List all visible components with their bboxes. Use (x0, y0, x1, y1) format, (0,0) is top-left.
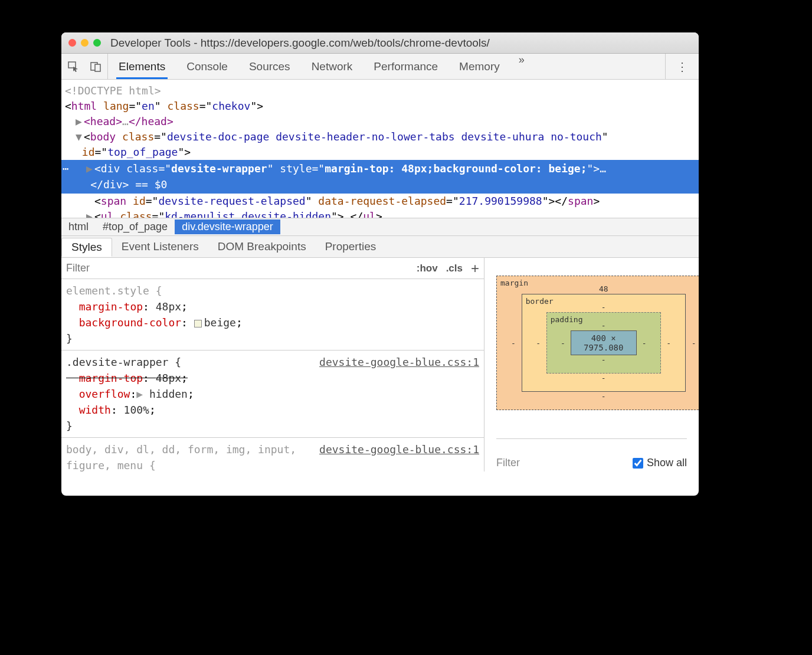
box-model-content: 400 × 7975.080 (571, 330, 637, 355)
cls-toggle[interactable]: .cls (446, 263, 463, 274)
crumb-html[interactable]: html (61, 220, 96, 234)
zoom-icon[interactable] (93, 39, 101, 47)
panel-tabs: Elements Console Sources Network Perform… (108, 54, 533, 79)
devtools-window: Developer Tools - https://developers.goo… (61, 32, 699, 496)
svg-rect-2 (95, 64, 100, 71)
computed-filter-row: Filter Show all (496, 438, 687, 469)
third-style-block[interactable]: devsite-google-blue.css:1 body, div, dl,… (61, 438, 484, 471)
kebab-menu-icon[interactable]: ⋮ (665, 54, 699, 79)
hov-toggle[interactable]: :hov (417, 263, 438, 274)
tab-network[interactable]: Network (301, 54, 364, 79)
selector-text: element.style { (66, 283, 479, 299)
new-style-rule-button[interactable]: + (471, 260, 479, 277)
source-link[interactable]: devsite-google-blue.css:1 (319, 354, 479, 370)
styles-filter-row: :hov .cls + (61, 258, 484, 279)
more-tabs-button[interactable]: » (510, 54, 533, 79)
ul-line[interactable]: ▶<ul class="kd-menulist devsite-hidden">… (65, 209, 695, 218)
breadcrumb: html #top_of_page div.devsite-wrapper (61, 218, 699, 235)
toolbar-left (61, 54, 108, 79)
computed-filter-label[interactable]: Filter (496, 457, 520, 469)
show-all-toggle[interactable]: Show all (633, 457, 687, 469)
titlebar: Developer Tools - https://developers.goo… (61, 32, 699, 54)
close-icon[interactable] (68, 39, 76, 47)
tab-elements[interactable]: Elements (108, 54, 176, 79)
head-line[interactable]: ▶<head>…</head> (65, 114, 695, 129)
box-model-diagram[interactable]: margin 48 - border - - padding - - (496, 276, 699, 410)
crumb-selected[interactable]: div.devsite-wrapper (175, 220, 280, 234)
styles-rules-pane: :hov .cls + element.style { margin-top: … (61, 258, 484, 471)
color-swatch-icon[interactable] (194, 320, 202, 328)
tab-sources[interactable]: Sources (238, 54, 301, 79)
subtab-styles[interactable]: Styles (61, 238, 112, 257)
computed-pane: margin 48 - border - - padding - - (484, 258, 699, 471)
device-toggle-icon[interactable] (89, 60, 103, 74)
styles-filter-input[interactable] (66, 262, 417, 274)
window-title: Developer Tools - https://developers.goo… (110, 37, 490, 50)
span-line[interactable]: <span id="devsite-request-elapsed" data-… (65, 194, 695, 209)
source-link[interactable]: devsite-google-blue.css:1 (319, 441, 479, 457)
element-style-block[interactable]: element.style { margin-top: 48px; backgr… (61, 279, 484, 351)
minimize-icon[interactable] (81, 39, 89, 47)
dom-tree[interactable]: <!DOCTYPE html> <html lang="en" class="c… (61, 80, 699, 218)
subtab-dom-breakpoints[interactable]: DOM Breakpoints (208, 238, 316, 256)
styles-subtabs: Styles Event Listeners DOM Breakpoints P… (61, 235, 699, 258)
body-open-line[interactable]: ▼<body class="devsite-doc-page devsite-h… (65, 129, 695, 160)
traffic-lights (68, 39, 101, 47)
subtab-properties[interactable]: Properties (316, 238, 386, 256)
svg-rect-0 (68, 62, 76, 68)
inspect-icon[interactable] (66, 60, 80, 74)
main-toolbar: Elements Console Sources Network Perform… (61, 54, 699, 80)
styles-body: :hov .cls + element.style { margin-top: … (61, 258, 699, 471)
show-all-checkbox[interactable] (633, 458, 643, 469)
doctype-line: <!DOCTYPE html> (65, 83, 695, 99)
filter-actions: :hov .cls + (417, 260, 479, 277)
subtab-event-listeners[interactable]: Event Listeners (112, 238, 208, 256)
selected-dom-node[interactable]: ⋯ ▶<div class="devsite-wrapper" style="m… (61, 160, 699, 193)
wrapper-style-block[interactable]: devsite-google-blue.css:1 .devsite-wrapp… (61, 351, 484, 438)
tab-performance[interactable]: Performance (363, 54, 448, 79)
crumb-body[interactable]: #top_of_page (96, 220, 175, 234)
tab-memory[interactable]: Memory (448, 54, 510, 79)
html-open-line[interactable]: <html lang="en" class="chekov"> (65, 99, 695, 114)
tab-console[interactable]: Console (176, 54, 238, 79)
